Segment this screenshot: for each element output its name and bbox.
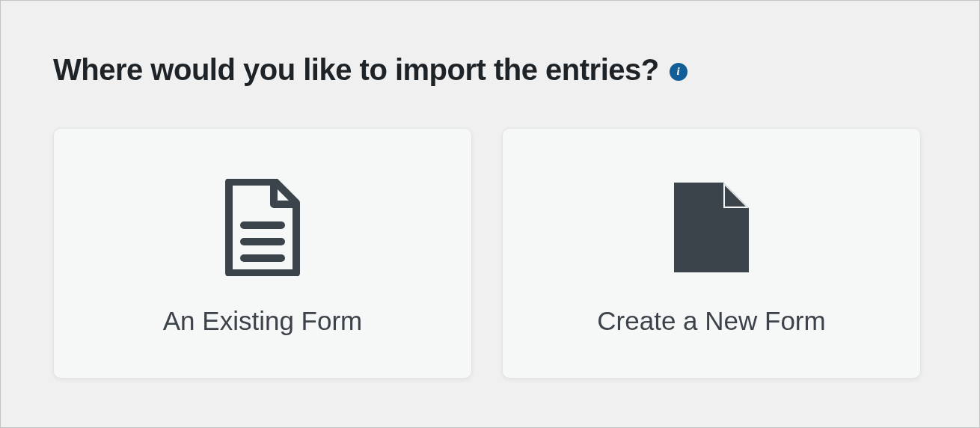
option-new-form-label: Create a New Form	[597, 306, 825, 336]
option-new-form[interactable]: Create a New Form	[502, 128, 921, 379]
page-title: Where would you like to import the entri…	[53, 53, 659, 87]
document-blank-icon	[671, 171, 752, 284]
info-icon[interactable]: i	[670, 63, 687, 81]
document-lines-icon	[221, 171, 304, 284]
option-existing-form-label: An Existing Form	[163, 306, 362, 336]
option-cards-row: An Existing Form Create a New Form	[53, 128, 927, 379]
header-row: Where would you like to import the entri…	[53, 53, 927, 87]
option-existing-form[interactable]: An Existing Form	[53, 128, 472, 379]
